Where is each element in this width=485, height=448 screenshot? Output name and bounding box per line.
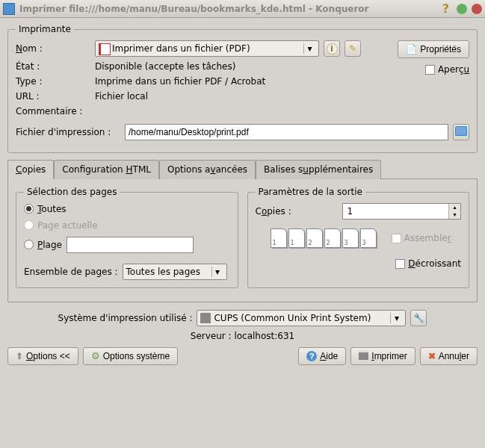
type-value: Imprime dans un fichier PDF / Acrobat	[95, 76, 265, 87]
output-file-input[interactable]	[125, 124, 448, 140]
tab-advanced[interactable]: Options avancées	[159, 160, 256, 179]
checkbox-icon	[425, 65, 435, 75]
collate-preview-icon	[271, 228, 377, 248]
folder-icon	[455, 126, 467, 138]
wrench-icon: 🔧	[413, 313, 424, 323]
help-titlebar-icon[interactable]: ?	[442, 1, 449, 16]
radio-icon	[24, 204, 34, 214]
print-system-select[interactable]: CUPS (Common Unix Print System) ▾	[197, 310, 406, 326]
copies-spinbox[interactable]: 1 ▴▾	[342, 203, 462, 220]
cancel-button[interactable]: Annuler	[420, 347, 478, 365]
printer-icon	[359, 350, 368, 362]
button-bar: Options << Options système Aide Imprimer…	[7, 347, 478, 365]
cancel-label: Annuler	[439, 351, 469, 361]
radio-current-label: Page actuelle	[37, 220, 98, 231]
cups-icon	[200, 313, 211, 323]
tab-extra-tags[interactable]: Balises supplémentaires	[256, 160, 381, 179]
preview-checkbox[interactable]: Aperçu	[425, 64, 469, 75]
copies-value: 1	[343, 206, 449, 217]
pageset-select[interactable]: Toutes les pages ▾	[123, 264, 227, 280]
page-selection-group: Sélection des pages Toutes Page actuelle	[16, 187, 238, 288]
radio-range-label: Plage	[37, 240, 62, 250]
window-title: Imprimer file:///home/manu/Bureau/bookma…	[19, 4, 438, 14]
range-input[interactable]	[67, 237, 194, 253]
state-value: Disponible (accepte les tâches)	[95, 61, 235, 72]
tab-html-config[interactable]: Configuration HTML	[54, 160, 159, 179]
properties-label: Propriétés	[420, 44, 461, 55]
help-icon	[306, 351, 317, 361]
print-label: Imprimer	[371, 351, 407, 361]
titlebar: Imprimer file:///home/manu/Bureau/bookma…	[0, 0, 485, 18]
print-system-label: Système d'impression utilisé :	[58, 313, 193, 323]
chevron-down-icon: ▾	[211, 267, 223, 277]
print-dialog: Imprimante Nom : Imprimer dans un fichie…	[0, 18, 485, 371]
type-label: Type :	[16, 76, 90, 87]
server-label: Serveur : localhost:631	[7, 331, 478, 341]
minimize-icon[interactable]	[457, 4, 467, 14]
gear-icon	[91, 350, 100, 361]
reverse-label: Décroissant	[408, 258, 461, 269]
reverse-checkbox[interactable]: Décroissant	[395, 258, 461, 269]
state-label: État :	[16, 61, 90, 72]
radio-current-page: Page actuelle	[24, 220, 98, 231]
info-button[interactable]	[324, 40, 340, 57]
pageset-label: Ensemble de pages :	[24, 267, 118, 277]
output-file-label: Fichier d'impression :	[16, 127, 120, 137]
help-button[interactable]: Aide	[298, 347, 346, 365]
app-icon	[3, 3, 15, 15]
chevron-down-icon: ▾	[390, 313, 402, 323]
url-value: Fichier local	[95, 91, 148, 102]
wand-icon: ✎	[349, 43, 356, 54]
collate-label: Assembler	[404, 233, 451, 243]
info-icon	[327, 43, 338, 55]
radio-all-label: Toutes	[37, 204, 67, 214]
properties-button[interactable]: 📄 Propriétés	[398, 40, 469, 58]
printer-select[interactable]: Imprimer dans un fichier (PDF) ▾	[95, 40, 319, 57]
system-config-button[interactable]: 🔧	[410, 310, 427, 326]
checkbox-icon	[395, 259, 405, 269]
pdf-icon	[99, 43, 109, 54]
chevron-down-icon: ▾	[303, 43, 315, 54]
page-selection-legend: Sélection des pages	[24, 187, 120, 197]
tab-content-copies: Sélection des pages Toutes Page actuelle	[7, 179, 478, 302]
radio-icon	[24, 240, 34, 249]
options-toggle-label: Options <<	[26, 351, 70, 361]
wizard-button[interactable]: ✎	[345, 40, 361, 57]
output-params-group: Paramètres de la sortie Copies : 1 ▴▾	[247, 187, 470, 288]
printer-select-value: Imprimer dans un fichier (PDF)	[112, 43, 303, 54]
comment-label: Commentaire :	[16, 106, 90, 116]
url-label: URL :	[16, 91, 90, 102]
close-icon[interactable]	[472, 4, 482, 14]
tabbar: Copies Configuration HTML Options avancé…	[7, 159, 478, 179]
spin-arrows[interactable]: ▴▾	[448, 204, 460, 219]
print-button[interactable]: Imprimer	[350, 347, 415, 365]
radio-range[interactable]: Plage	[24, 240, 62, 250]
arrow-up-icon	[16, 351, 23, 361]
print-system-value: CUPS (Common Unix Print System)	[214, 313, 390, 323]
tab-copies[interactable]: Copies	[7, 160, 54, 179]
help-label: Aide	[320, 351, 338, 361]
tab-container: Copies Configuration HTML Options avancé…	[7, 159, 478, 302]
pageset-value: Toutes les pages	[126, 267, 211, 277]
printer-legend: Imprimante	[16, 24, 74, 34]
system-options-label: Options système	[103, 351, 170, 361]
printer-group: Imprimante Nom : Imprimer dans un fichie…	[7, 24, 478, 153]
preview-label: Aperçu	[438, 64, 469, 75]
options-toggle-button[interactable]: Options <<	[7, 347, 78, 365]
radio-icon	[24, 220, 34, 230]
output-params-legend: Paramètres de la sortie	[256, 187, 366, 197]
cancel-icon	[428, 351, 436, 361]
properties-icon: 📄	[406, 44, 417, 55]
checkbox-icon	[392, 234, 401, 243]
browse-button[interactable]	[453, 124, 469, 140]
system-options-button[interactable]: Options système	[83, 347, 178, 365]
collate-checkbox: Assembler	[392, 233, 451, 243]
radio-all-pages[interactable]: Toutes	[24, 204, 67, 214]
name-label: Nom :	[16, 43, 90, 54]
copies-label: Copies :	[256, 206, 338, 217]
